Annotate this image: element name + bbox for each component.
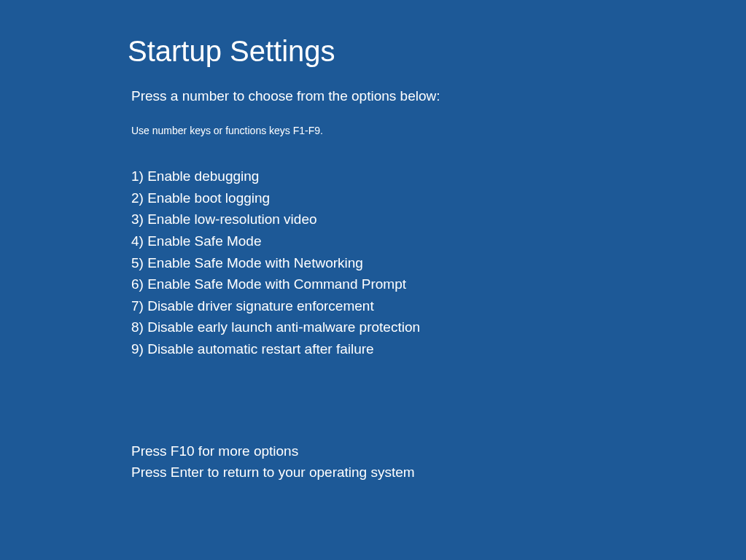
option-enable-debugging[interactable]: 1) Enable debugging [131,166,746,187]
option-enable-safe-mode-networking[interactable]: 5) Enable Safe Mode with Networking [131,252,746,274]
option-enable-safe-mode-command-prompt[interactable]: 6) Enable Safe Mode with Command Prompt [131,273,746,295]
option-disable-early-launch-anti-malware[interactable]: 8) Disable early launch anti-malware pro… [131,316,746,338]
option-disable-driver-signature-enforcement[interactable]: 7) Disable driver signature enforcement [131,295,746,317]
option-enable-low-resolution-video[interactable]: 3) Enable low-resolution video [131,209,746,230]
footer-instructions: Press F10 for more options Press Enter t… [131,440,746,483]
hint-text: Use number keys or functions keys F1-F9. [131,125,746,136]
option-disable-automatic-restart[interactable]: 9) Disable automatic restart after failu… [131,338,746,360]
option-enable-safe-mode[interactable]: 4) Enable Safe Mode [131,230,746,252]
instruction-text: Press a number to choose from the option… [131,88,746,104]
more-options-hint: Press F10 for more options [131,440,746,462]
options-list: 1) Enable debugging 2) Enable boot loggi… [131,166,746,360]
page-title: Startup Settings [128,35,746,68]
return-hint: Press Enter to return to your operating … [131,462,746,483]
option-enable-boot-logging[interactable]: 2) Enable boot logging [131,187,746,209]
startup-settings-screen: Startup Settings Press a number to choos… [0,0,746,483]
